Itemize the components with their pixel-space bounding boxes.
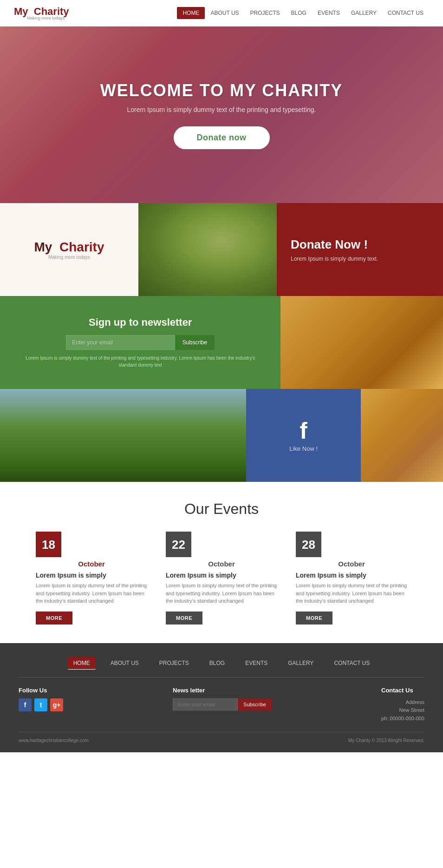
googleplus-button[interactable]: g+	[50, 698, 63, 711]
hero-section: WELCOME TO MY CHARITY Lorem Ipsum is sim…	[0, 26, 443, 203]
leaves-image-2	[361, 389, 443, 482]
twitter-button[interactable]: t	[34, 698, 47, 711]
events-section: Our Events 18 October Lorem Ipsum is sim…	[0, 482, 443, 643]
footer-nav: Home About us Projects Blog Events Galle…	[19, 657, 424, 677]
mid-logo-highlight: Charity	[59, 240, 104, 254]
newsletter-body: Lorem Ipsum is simply dummy text of the …	[19, 355, 262, 368]
follow-title: Follow Us	[19, 687, 63, 694]
event-1-headline: Lorem Ipsum is simply	[36, 572, 147, 579]
event-2-day: 22	[172, 539, 185, 551]
event-3-body: Lorem Ipsum is simply dummy text of the …	[296, 582, 407, 605]
nav-contact[interactable]: CONTACT US	[382, 7, 429, 19]
event-1-more-button[interactable]: MORE	[36, 612, 72, 625]
event-card-2: 22 October Lorem Ipsum is simply Lorem I…	[166, 532, 277, 625]
footer-website: www.haritagechristiancollege.com	[19, 738, 89, 743]
header: My Charity Making more todays HOME ABOUT…	[0, 0, 443, 26]
event-3-more-button[interactable]: MORE	[296, 612, 332, 625]
footer-nav-projects[interactable]: Projects	[154, 657, 195, 670]
event-1-day: 18	[42, 539, 55, 551]
event-3-date-box: 28	[296, 532, 321, 557]
newsletter-subscribe-button[interactable]: Subscribe	[175, 335, 215, 350]
mid-image-panel	[138, 203, 277, 296]
social-icons: f t g+	[19, 698, 63, 711]
newsletter-email-input[interactable]	[66, 335, 175, 350]
mid-logo-name: My	[34, 240, 52, 254]
mid-donate-text: Lorem Ipsum is simply dummy text.	[291, 256, 378, 262]
footer-nav-about[interactable]: About us	[105, 657, 144, 670]
hero-content: WELCOME TO MY CHARITY Lorem Ipsum is sim…	[100, 81, 343, 149]
footer-follow-col: Follow Us f t g+	[19, 687, 63, 723]
facebook-panel[interactable]: f Like Now !	[246, 389, 361, 482]
footer-nav-contact[interactable]: Contact Us	[328, 657, 375, 670]
address-line3: ph: 00000-000-000	[381, 715, 424, 723]
footer-nav-home[interactable]: Home	[68, 657, 96, 670]
event-3-day: 28	[302, 539, 315, 551]
facebook-like-label: Like Now !	[289, 445, 318, 452]
facebook-button[interactable]: f	[19, 698, 32, 711]
footer-nav-events[interactable]: Events	[240, 657, 273, 670]
event-3-month: October	[296, 560, 407, 568]
logo-name: My	[14, 6, 28, 17]
grass-image	[0, 389, 246, 482]
mid-donate-title: Donate Now !	[291, 237, 368, 252]
footer-newsletter-col: News letter Subscribe	[173, 687, 272, 723]
footer-newsletter-title: News letter	[173, 687, 272, 694]
address-line2: New Street	[381, 706, 424, 715]
nav-projects[interactable]: PROJECTS	[245, 7, 286, 19]
newsletter-panel: Sign up to newsletter Subscribe Lorem Ip…	[0, 296, 280, 389]
footer-contact-col: Contact Us Address New Street ph: 00000-…	[381, 687, 424, 723]
event-3-headline: Lorem Ipsum is simply	[296, 572, 407, 579]
footer-nav-blog[interactable]: Blog	[204, 657, 230, 670]
leaves-image	[280, 296, 443, 389]
footer-columns: Follow Us f t g+ News letter Subscribe C…	[19, 687, 424, 723]
logo: My Charity Making more todays	[14, 6, 69, 20]
main-nav: HOME ABOUT US PROJECTS BLOG EVENTS GALLE…	[177, 7, 429, 19]
mid-image-bg	[138, 203, 277, 296]
event-2-more-button[interactable]: MORE	[166, 612, 202, 625]
newsletter-form: Subscribe	[66, 335, 215, 350]
nav-events[interactable]: EVENTS	[312, 7, 345, 19]
footer-bottom: www.haritagechristiancollege.com My Char…	[19, 732, 424, 743]
event-2-month: October	[166, 560, 277, 568]
event-card-3: 28 October Lorem Ipsum is simply Lorem I…	[296, 532, 407, 625]
donate-now-button[interactable]: Donate now	[174, 126, 270, 149]
events-grid: 18 October Lorem Ipsum is simply Lorem I…	[14, 532, 429, 625]
nav-gallery[interactable]: GALLERY	[345, 7, 382, 19]
events-title: Our Events	[14, 500, 429, 518]
event-2-headline: Lorem Ipsum is simply	[166, 572, 277, 579]
event-1-date-box: 18	[36, 532, 61, 557]
footer-nav-gallery[interactable]: Gallery	[282, 657, 319, 670]
newsletter-section: Sign up to newsletter Subscribe Lorem Ip…	[0, 296, 443, 389]
event-1-body: Lorem Ipsum is simply dummy text of the …	[36, 582, 147, 605]
event-card-1: 18 October Lorem Ipsum is simply Lorem I…	[36, 532, 147, 625]
event-2-body: Lorem Ipsum is simply dummy text of the …	[166, 582, 277, 605]
contact-title: Contact Us	[381, 687, 424, 694]
mid-section: My Charity Making more todays Donate Now…	[0, 203, 443, 296]
nav-home[interactable]: HOME	[177, 7, 205, 19]
mid-logo-panel: My Charity Making more todays	[0, 203, 138, 296]
nav-blog[interactable]: BLOG	[286, 7, 312, 19]
footer-subscribe-button[interactable]: Subscribe	[238, 698, 272, 710]
event-2-date-box: 22	[166, 532, 191, 557]
mid-donate-panel: Donate Now ! Lorem Ipsum is simply dummy…	[277, 203, 443, 296]
nav-about[interactable]: ABOUT US	[205, 7, 244, 19]
footer-newsletter-form: Subscribe	[173, 698, 272, 710]
footer: Home About us Projects Blog Events Galle…	[0, 643, 443, 753]
facebook-icon: f	[300, 419, 307, 442]
footer-copyright: My Charity © 2013 Allright Reserved.	[348, 738, 424, 743]
hero-subtitle: Lorem Ipsum is simply dummy text of the …	[100, 106, 343, 113]
event-1-month: October	[36, 560, 147, 568]
grass-section: f Like Now !	[0, 389, 443, 482]
newsletter-title: Sign up to newsletter	[89, 316, 192, 329]
footer-email-input[interactable]	[173, 698, 238, 710]
hero-title: WELCOME TO MY CHARITY	[100, 81, 343, 100]
mid-logo-tagline: Making more todays	[48, 255, 90, 260]
address-line1: Address	[381, 698, 424, 707]
